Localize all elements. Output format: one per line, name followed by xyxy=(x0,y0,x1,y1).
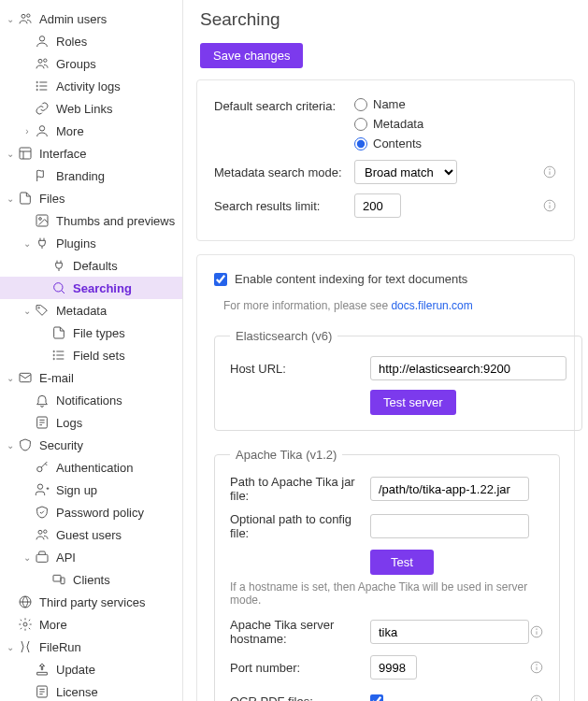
sidebar-item-more[interactable]: ›More xyxy=(0,120,182,142)
ocr-pdf-checkbox[interactable] xyxy=(370,694,383,701)
sidebar-item-label: Branding xyxy=(56,169,105,183)
svg-point-31 xyxy=(37,466,42,471)
svg-rect-26 xyxy=(20,373,31,381)
info-icon[interactable] xyxy=(529,660,544,675)
sidebar-item-clients[interactable]: Clients xyxy=(0,568,182,591)
sidebar-item-authentication[interactable]: Authentication xyxy=(0,456,182,479)
test-elasticsearch-button[interactable]: Test server xyxy=(370,390,456,415)
sidebar-item-label: Admin users xyxy=(39,12,107,26)
chevron-down-icon[interactable]: ⌄ xyxy=(4,193,17,204)
sidebar-item-metadata[interactable]: ⌄Metadata xyxy=(0,299,182,322)
chevron-down-icon[interactable]: ⌄ xyxy=(4,373,17,383)
criteria-radio[interactable] xyxy=(354,118,367,131)
test-tika-button[interactable]: Test xyxy=(370,550,434,575)
save-changes-button[interactable]: Save changes xyxy=(200,43,303,68)
sidebar-item-label: API xyxy=(56,551,76,565)
file-icon xyxy=(17,190,34,207)
sidebar-item-branding[interactable]: Branding xyxy=(0,165,182,187)
info-icon[interactable] xyxy=(529,694,544,701)
chevron-right-icon[interactable]: › xyxy=(21,126,34,136)
sidebar-item-searching[interactable]: Searching xyxy=(0,277,182,299)
sidebar-item-activity-logs[interactable]: Activity logs xyxy=(0,75,182,97)
sidebar-item-plugins[interactable]: ⌄Plugins xyxy=(0,232,182,254)
sidebar-item-label: Thumbs and previews xyxy=(56,214,175,228)
sidebar-item-filerun[interactable]: ⌄FileRun xyxy=(0,636,182,658)
tika-config-input[interactable] xyxy=(370,514,529,538)
criteria-radio[interactable] xyxy=(354,98,367,111)
tika-hostname-input[interactable] xyxy=(370,620,529,644)
sidebar-item-admin-users[interactable]: ⌄Admin users xyxy=(0,7,182,30)
tika-port-input[interactable] xyxy=(370,655,417,680)
sidebar-item-defaults[interactable]: Defaults xyxy=(0,254,182,277)
sidebar-item-license[interactable]: License xyxy=(0,680,182,701)
sidebar-item-more[interactable]: More xyxy=(0,613,182,636)
svg-point-34 xyxy=(44,530,47,533)
svg-point-11 xyxy=(39,126,44,131)
sidebar-item-e-mail[interactable]: ⌄E-mail xyxy=(0,366,182,389)
sidebar-item-guest-users[interactable]: Guest users xyxy=(0,523,182,546)
chevron-down-icon[interactable]: ⌄ xyxy=(21,238,34,249)
results-limit-input[interactable] xyxy=(354,193,401,218)
chevron-down-icon[interactable]: ⌄ xyxy=(4,642,17,652)
user-icon xyxy=(34,122,50,139)
criteria-option-contents[interactable]: Contents xyxy=(354,136,423,150)
tika-legend: Apache Tika (v1.2) xyxy=(230,448,342,462)
criteria-option-metadata[interactable]: Metadata xyxy=(354,117,423,131)
sidebar-item-file-types[interactable]: File types xyxy=(0,322,182,344)
sidebar-item-sign-up[interactable]: Sign up xyxy=(0,479,182,501)
sidebar-item-groups[interactable]: Groups xyxy=(0,52,182,75)
sidebar-item-label: License xyxy=(56,685,98,699)
sidebar-item-thumbs-and-previews[interactable]: Thumbs and previews xyxy=(0,209,182,232)
sidebar-item-third-party-services[interactable]: Third party services xyxy=(0,591,182,613)
info-icon[interactable] xyxy=(542,165,557,179)
sidebar-item-notifications[interactable]: Notifications xyxy=(0,389,182,411)
indexing-info-text: For more information, please see docs.fi… xyxy=(214,299,557,312)
results-limit-label: Search results limit: xyxy=(214,199,354,213)
sidebar-item-interface[interactable]: ⌄Interface xyxy=(0,142,182,165)
chevron-down-icon[interactable]: ⌄ xyxy=(4,149,17,159)
chevron-down-icon[interactable]: ⌄ xyxy=(21,552,34,563)
host-url-input[interactable] xyxy=(370,356,566,380)
chevron-down-icon[interactable]: ⌄ xyxy=(4,14,17,24)
sidebar-item-files[interactable]: ⌄Files xyxy=(0,187,182,209)
svg-point-19 xyxy=(38,308,39,308)
tika-jar-input[interactable] xyxy=(370,477,529,501)
svg-rect-36 xyxy=(53,575,61,581)
chevron-down-icon[interactable]: ⌄ xyxy=(4,440,17,451)
criteria-radio-label: Metadata xyxy=(373,117,423,131)
sidebar-item-password-policy[interactable]: Password policy xyxy=(0,501,182,523)
sidebar-item-web-links[interactable]: Web Links xyxy=(0,97,182,120)
users-icon xyxy=(17,10,34,27)
chevron-down-icon[interactable]: ⌄ xyxy=(21,306,34,316)
key-icon xyxy=(34,459,50,476)
sidebar-item-logs[interactable]: Logs xyxy=(0,411,182,434)
sidebar-item-api[interactable]: ⌄API xyxy=(0,546,182,568)
criteria-option-name[interactable]: Name xyxy=(354,97,423,111)
sidebar-item-update[interactable]: Update xyxy=(0,658,182,680)
svg-point-52 xyxy=(537,665,538,665)
plug-icon xyxy=(50,257,67,274)
sidebar-item-label: Groups xyxy=(56,57,96,71)
sidebar-item-label: Third party services xyxy=(39,595,145,609)
info-icon[interactable] xyxy=(529,624,544,639)
svg-point-3 xyxy=(38,59,42,63)
enable-indexing-checkbox[interactable] xyxy=(214,273,227,286)
default-criteria-label: Default search criteria: xyxy=(214,97,354,113)
license-icon xyxy=(34,683,50,700)
sidebar-item-field-sets[interactable]: Field sets xyxy=(0,344,182,366)
svg-point-8 xyxy=(36,81,37,82)
sidebar-item-label: More xyxy=(56,124,84,138)
sidebar-item-security[interactable]: ⌄Security xyxy=(0,434,182,456)
file-icon xyxy=(50,324,67,341)
sidebar-item-label: E-mail xyxy=(39,371,74,385)
check-shield-icon xyxy=(34,504,50,521)
sidebar-item-roles[interactable]: Roles xyxy=(0,30,182,52)
svg-point-10 xyxy=(36,89,37,90)
criteria-radio[interactable] xyxy=(354,137,367,150)
sidebar-item-label: Searching xyxy=(73,281,132,295)
docs-link[interactable]: docs.filerun.com xyxy=(391,299,472,312)
sidebar-item-label: Web Links xyxy=(56,102,112,116)
metadata-mode-select[interactable]: Broad match xyxy=(354,160,457,184)
info-icon[interactable] xyxy=(542,198,557,213)
sidebar-item-label: Files xyxy=(39,192,65,206)
